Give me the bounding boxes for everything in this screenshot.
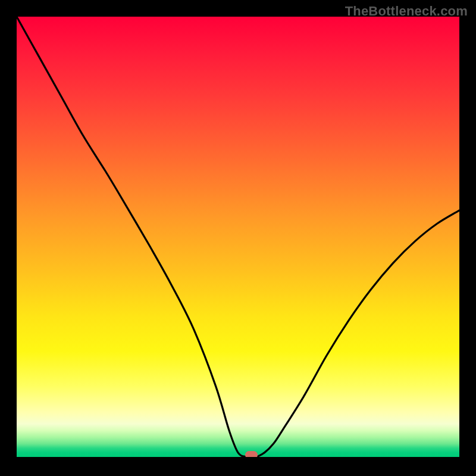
plot-area xyxy=(17,17,459,457)
bottleneck-curve xyxy=(17,17,459,457)
watermark-text: TheBottleneck.com xyxy=(345,4,468,19)
chart-frame: TheBottleneck.com xyxy=(0,0,476,476)
current-config-marker xyxy=(245,451,258,457)
